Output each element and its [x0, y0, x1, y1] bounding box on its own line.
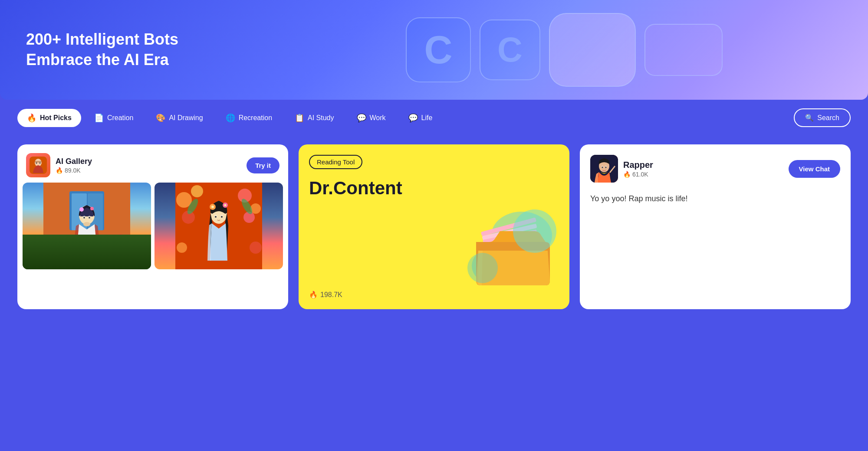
svg-rect-2: [35, 161, 42, 163]
svg-point-40: [224, 204, 227, 206]
glass-shape-chair: [549, 13, 636, 87]
nav-label-life: Life: [421, 114, 433, 122]
svg-point-15: [117, 234, 125, 242]
fire-icon: 🔥: [27, 113, 36, 123]
svg-point-43: [215, 216, 217, 218]
gallery-image-1: [23, 183, 151, 269]
try-it-button[interactable]: Try it: [247, 157, 279, 173]
navigation: 🔥 Hot Picks 📄 Creation 🎨 AI Drawing 🌐 Re…: [0, 100, 868, 136]
svg-point-27: [191, 185, 203, 197]
fire-icon-drcontent: 🔥: [309, 291, 318, 299]
rapper-message: Yo yo yoo! Rap music is life!: [590, 193, 840, 205]
svg-point-32: [177, 242, 187, 253]
nav-item-recreation[interactable]: 🌐 Recreation: [216, 109, 282, 127]
rapper-text: Rapper 🔥 61.0K: [623, 160, 653, 178]
rapper-avatar: [590, 155, 618, 183]
ai-gallery-text: AI Gallery 🔥 89.0K: [56, 157, 92, 174]
hero-text: 200+ Intelligent Bots Embrace the AI Era: [26, 29, 178, 70]
reading-tool-badge: Reading Tool: [309, 155, 362, 169]
svg-point-23: [83, 222, 90, 226]
fire-icon-gallery: 🔥: [56, 167, 63, 174]
book-icon: 📋: [295, 113, 304, 123]
nav-label-work: Work: [370, 114, 386, 122]
dr-content-visual: [465, 205, 561, 292]
svg-point-10: [46, 239, 67, 265]
dr-content-title: Dr.Content: [309, 178, 559, 199]
chat-icon-work: 💬: [357, 113, 366, 123]
main-content: AI Gallery 🔥 89.0K Try it: [0, 136, 868, 327]
ai-gallery-count: 🔥 89.0K: [56, 167, 92, 174]
palette-icon: 🎨: [156, 113, 165, 123]
nav-label-ai-drawing: AI Drawing: [169, 114, 203, 122]
rapper-name: Rapper: [623, 160, 653, 170]
svg-point-14: [110, 238, 120, 247]
ai-gallery-card: AI Gallery 🔥 89.0K Try it: [17, 144, 288, 309]
svg-point-3: [36, 163, 37, 164]
ai-gallery-header: AI Gallery 🔥 89.0K Try it: [17, 144, 288, 183]
nav-item-ai-study[interactable]: 📋 AI Study: [285, 109, 343, 127]
nav-item-work[interactable]: 💬 Work: [347, 109, 395, 127]
nav-label-creation: Creation: [107, 114, 133, 122]
rapper-card: Rapper 🔥 61.0K View Chat Yo yo yoo! Rap …: [580, 144, 851, 309]
hero-line2: Embrace the AI Era: [26, 51, 169, 69]
svg-point-21: [83, 217, 85, 219]
gallery-image-2: [155, 183, 283, 269]
doc-icon: 📄: [94, 113, 104, 123]
nav-item-life[interactable]: 💬 Life: [399, 109, 442, 127]
bubble-2: [467, 253, 498, 283]
glass-shape-c2: C: [480, 20, 540, 80]
bubble-1: [513, 209, 556, 253]
dr-content-card: Reading Tool Dr.Content: [299, 144, 569, 309]
globe-icon: 🌐: [226, 113, 235, 123]
svg-point-55: [602, 167, 603, 168]
view-chat-button[interactable]: View Chat: [789, 160, 840, 178]
ai-gallery-avatar-icon: [30, 157, 47, 174]
rapper-avatar-image: [590, 155, 618, 183]
svg-point-22: [89, 217, 90, 219]
rapper-count-value: 61.0K: [632, 171, 648, 178]
svg-point-33: [250, 242, 262, 254]
nav-label-ai-study: AI Study: [308, 114, 334, 122]
search-label: Search: [817, 114, 839, 122]
dr-content-count-value: 198.7K: [320, 291, 342, 299]
ai-gallery-info: AI Gallery 🔥 89.0K: [26, 153, 92, 177]
chat-icon-life: 💬: [408, 113, 418, 123]
nav-item-hot-picks[interactable]: 🔥 Hot Picks: [17, 109, 81, 127]
search-icon: 🔍: [805, 114, 814, 122]
search-button[interactable]: 🔍 Search: [794, 108, 851, 127]
svg-point-44: [221, 216, 223, 218]
svg-point-38: [211, 206, 214, 208]
svg-point-13: [56, 235, 65, 243]
hero-banner: 200+ Intelligent Bots Embrace the AI Era…: [0, 0, 868, 100]
hero-decoration: C C: [260, 0, 868, 100]
ai-gallery-count-value: 89.0K: [65, 167, 81, 174]
rapper-info: Rapper 🔥 61.0K: [590, 155, 653, 183]
glass-shape-rect: [644, 24, 723, 76]
fire-icon-rapper: 🔥: [623, 171, 631, 178]
svg-point-18: [90, 207, 94, 210]
ai-gallery-avatar: [26, 153, 50, 177]
rapper-count: 🔥 61.0K: [623, 171, 653, 178]
svg-point-12: [49, 238, 59, 248]
glass-shape-c1: C: [406, 17, 471, 82]
svg-point-11: [108, 239, 126, 261]
nav-item-ai-drawing[interactable]: 🎨 AI Drawing: [146, 109, 212, 127]
ai-gallery-images: [17, 183, 288, 276]
svg-point-17: [79, 207, 84, 212]
nav-label-recreation: Recreation: [239, 114, 272, 122]
svg-point-4: [39, 163, 41, 164]
nav-label-hot-picks: Hot Picks: [40, 114, 72, 122]
ai-gallery-title: AI Gallery: [56, 157, 92, 166]
svg-point-56: [605, 167, 607, 168]
nav-item-creation[interactable]: 📄 Creation: [85, 109, 143, 127]
rapper-header: Rapper 🔥 61.0K View Chat: [590, 155, 840, 183]
hero-line1: 200+ Intelligent Bots: [26, 30, 178, 48]
